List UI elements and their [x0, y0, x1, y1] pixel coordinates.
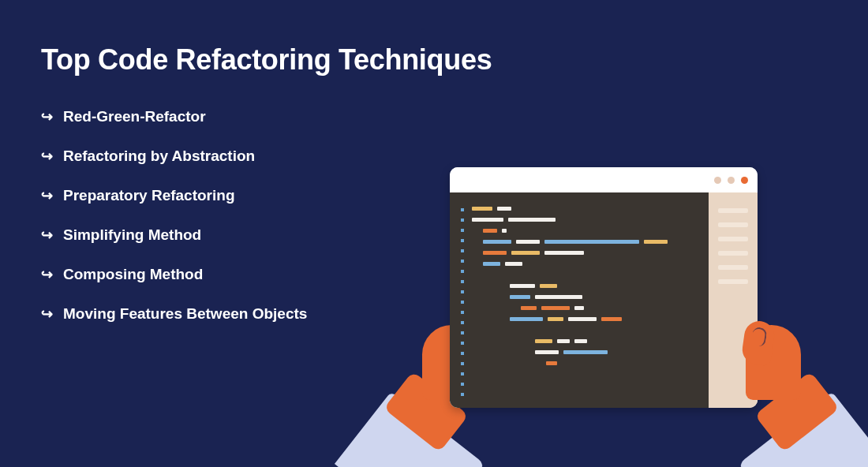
list-item: ↪ Refactoring by Abstraction — [41, 148, 827, 165]
bullet-arrow-icon: ↪ — [41, 266, 63, 283]
list-item: ↪ Moving Features Between Objects — [41, 305, 827, 323]
bullet-arrow-icon: ↪ — [41, 148, 63, 165]
page-title: Top Code Refactoring Techniques — [41, 43, 827, 77]
list-item-label: Moving Features Between Objects — [63, 305, 307, 323]
list-item-label: Composing Method — [63, 266, 203, 283]
list-item: ↪ Red-Green-Refactor — [41, 108, 827, 125]
list-item-label: Preparatory Refactoring — [63, 187, 235, 204]
list-item-label: Red-Green-Refactor — [63, 108, 206, 125]
bullet-arrow-icon: ↪ — [41, 226, 63, 244]
list-item-label: Simplifying Method — [63, 226, 201, 244]
list-item: ↪ Preparatory Refactoring — [41, 187, 827, 204]
bullet-arrow-icon: ↪ — [41, 305, 63, 323]
list-item: ↪ Simplifying Method — [41, 226, 827, 244]
bullet-arrow-icon: ↪ — [41, 187, 63, 204]
list-item: ↪ Composing Method — [41, 266, 827, 283]
techniques-list: ↪ Red-Green-Refactor ↪ Refactoring by Ab… — [41, 108, 827, 323]
list-item-label: Refactoring by Abstraction — [63, 148, 255, 165]
bullet-arrow-icon: ↪ — [41, 108, 63, 125]
